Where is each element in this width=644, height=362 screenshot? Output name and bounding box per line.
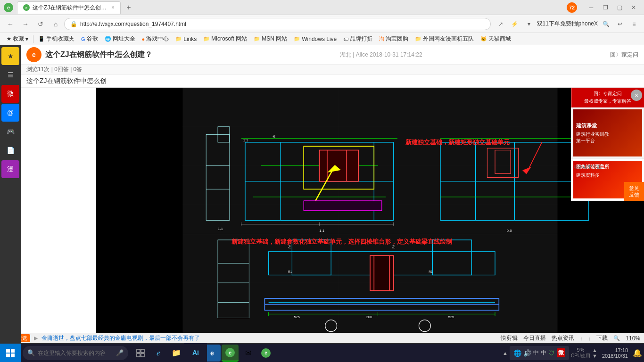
- sidebar-item-email[interactable]: @: [1, 104, 19, 122]
- start-button[interactable]: [0, 344, 21, 362]
- page-header: e 这个ZJ在钢筋软件中怎么创建？ 湖北 | Alice 2018-10-31 …: [21, 45, 644, 65]
- svg-rect-36: [304, 201, 382, 211]
- bookmark-manga[interactable]: 📁 外国网友漫画析五队: [412, 34, 477, 44]
- svg-rect-86: [137, 354, 140, 357]
- bookmark-mobile[interactable]: 📱 手机收藏夹: [35, 34, 77, 44]
- bookmark-urls[interactable]: 🌐 网址大全: [102, 34, 138, 44]
- sidebar-item-weibo[interactable]: 微: [1, 85, 19, 103]
- bookmark-brand[interactable]: 🏷 品牌打折: [340, 34, 375, 44]
- svg-rect-83: [11, 354, 15, 357]
- mail-icon[interactable]: ✉: [239, 345, 256, 362]
- hot-news-label[interactable]: 热点资讯: [552, 334, 574, 342]
- bookmark-microsoft[interactable]: 📁 Microsoft 网站: [200, 34, 250, 44]
- close-overlay-button[interactable]: ×: [631, 90, 642, 101]
- new-tab-button[interactable]: +: [123, 1, 135, 14]
- svg-rect-81: [11, 349, 15, 353]
- notification-counter: 72: [567, 2, 577, 13]
- sidebar-item-games[interactable]: 🎮: [1, 123, 19, 140]
- undo-button[interactable]: ↩: [614, 18, 626, 30]
- menu-button[interactable]: ≡: [628, 18, 640, 30]
- svg-rect-85: [141, 349, 144, 353]
- svg-rect-82: [6, 354, 10, 357]
- bookmark-google[interactable]: G 谷歌: [78, 34, 101, 44]
- task-view-button[interactable]: [132, 345, 149, 362]
- window-controls: ─ ❐ ▢ ✕: [585, 2, 640, 13]
- windows-logo-icon: [6, 348, 15, 358]
- file-explorer-icon[interactable]: 📁: [168, 345, 185, 362]
- url-text: http://e.fwxgx.com/question_1974407.html: [80, 21, 485, 27]
- taskbar-search-input[interactable]: [38, 350, 113, 356]
- notification-button[interactable]: 🔔: [633, 348, 642, 357]
- svg-text:新建独立基础，新建参数化独立基础单元，选择四棱锥台形，定义基: 新建独立基础，新建参数化独立基础单元，选择四棱锥台形，定义基础梁直线绘制: [231, 238, 452, 245]
- ai-button[interactable]: Ai: [184, 343, 207, 362]
- home-button[interactable]: ⌂: [49, 17, 62, 31]
- sidebar: ★ ☰ 微 @ 🎮 📄 漫: [0, 45, 21, 343]
- bookmark-taobao[interactable]: 淘 淘宝团购: [376, 34, 411, 44]
- separator: [33, 35, 33, 43]
- bookmark-games[interactable]: ● 游戏中心: [139, 34, 172, 44]
- volume-icon[interactable]: 🔊: [523, 349, 531, 357]
- service-label: 服务APP下载: [571, 162, 644, 173]
- maximize-button[interactable]: ▢: [613, 2, 626, 13]
- sys-tray-icons: 🌐 🔊 中 中 🛡 微: [510, 346, 569, 360]
- restore-button[interactable]: ❐: [599, 2, 612, 13]
- taskbar-search[interactable]: 🔍 🎤: [23, 346, 128, 360]
- feedback-button[interactable]: 意见反馈: [624, 182, 644, 201]
- question-row: 这个ZJ在钢筋软件中怎么创: [21, 75, 644, 88]
- search-button[interactable]: 🔍: [600, 18, 612, 30]
- close-button[interactable]: ✕: [627, 2, 640, 13]
- bookmark-links[interactable]: 📁 Links: [173, 35, 199, 43]
- edge-browser-icon[interactable]: 𝑒: [150, 345, 167, 362]
- browser-360-icon[interactable]: e: [222, 345, 239, 362]
- system-tray: ▲ 🌐 🔊 中 中 🛡 微 9% CPU使用 ▲ ▼ 17:18 2018/10…: [503, 346, 644, 360]
- dropdown-button[interactable]: ▾: [523, 18, 535, 30]
- news-link[interactable]: 金庸逝世，盘点七部最经典的金庸电视剧，最后一部不会再有了: [41, 334, 200, 342]
- bookmarks-bar: ★ 收藏▾ 📱 手机收藏夹 G 谷歌 🌐 网址大全 ● 游戏中心 📁 Links…: [0, 33, 644, 45]
- sidebar-item-manga[interactable]: 漫: [1, 160, 19, 178]
- network-activity: ▲ ▼: [592, 347, 597, 359]
- refresh-button[interactable]: ↺: [34, 17, 47, 31]
- svg-rect-18: [319, 150, 358, 181]
- news-bar: 今日优选 ▶ 金庸逝世，盘点七部最经典的金庸电视剧，最后一部不会再有了 快剪辑 …: [0, 333, 644, 343]
- ime-icon[interactable]: 中: [541, 349, 546, 357]
- system-clock[interactable]: 17:18 2018/10/31: [599, 347, 631, 359]
- active-tab[interactable]: e 这个ZJ在钢筋软件中怎么创建？ ×: [17, 1, 121, 14]
- language-icon[interactable]: 中: [533, 349, 539, 357]
- sidebar-item-menu[interactable]: ☰: [1, 66, 19, 84]
- windows-live-label: Windows Live: [302, 36, 337, 42]
- right-sidebar: 回〉专家定问 最权威专家，专家解答 建筑课堂 建筑行业实训教 第一平台 图集规范…: [571, 88, 644, 201]
- cpu-monitor[interactable]: 9% CPU使用: [571, 347, 590, 359]
- browser2-icon[interactable]: e: [257, 345, 274, 362]
- page-title: 这个ZJ在钢筋软件中怎么创建？: [45, 50, 152, 60]
- forward-button[interactable]: →: [19, 17, 32, 31]
- bookmark-windowslive[interactable]: 📁 Windows Live: [291, 35, 339, 43]
- antivirus-icon: 🛡: [548, 349, 555, 357]
- share-button[interactable]: ↗: [495, 18, 507, 30]
- svg-text:525: 525: [448, 315, 454, 319]
- minimize-button[interactable]: ─: [585, 2, 598, 13]
- expert-label: 回〉家定问: [610, 51, 638, 59]
- lightning-button[interactable]: ⚡: [509, 18, 521, 30]
- zoom-level: 110%: [626, 335, 640, 342]
- sidebar-item-favorites[interactable]: ★: [1, 47, 19, 65]
- back-button[interactable]: ←: [4, 17, 17, 31]
- svg-text:新建独立基础，新建矩形独立基础单元: 新建独立基础，新建矩形独立基础单元: [405, 139, 510, 146]
- download-label[interactable]: 下载: [596, 334, 608, 342]
- svg-text:525: 525: [294, 315, 300, 319]
- svg-text:R1: R1: [288, 270, 292, 273]
- bookmark-msn[interactable]: 📁 MSN 网站: [251, 34, 290, 44]
- tab-close-button[interactable]: ×: [111, 4, 115, 11]
- live-label[interactable]: 今日直播: [523, 334, 546, 342]
- sidebar-item-docs[interactable]: 📄: [1, 141, 19, 159]
- show-hidden-icons[interactable]: ▲: [503, 350, 508, 356]
- network-icon: 🌐: [513, 349, 521, 357]
- quick-edit-label[interactable]: 快剪辑: [501, 334, 518, 342]
- bookmark-shoucang[interactable]: ★ 收藏▾: [4, 34, 31, 44]
- search-mic-icon: 🔍: [27, 349, 35, 356]
- address-bar[interactable]: 🔒 http://e.fwxgx.com/question_1974407.ht…: [64, 18, 491, 30]
- float-action-buttons: 意见反馈 关注我们 Q Q咨询: [624, 182, 644, 201]
- tab-title: 这个ZJ在钢筋软件中怎么创建？: [33, 4, 108, 12]
- svg-text:柱: 柱: [272, 134, 276, 139]
- bookmark-tmall[interactable]: 🐱 天猫商城: [478, 34, 514, 44]
- cad-overlay: ×: [96, 88, 644, 337]
